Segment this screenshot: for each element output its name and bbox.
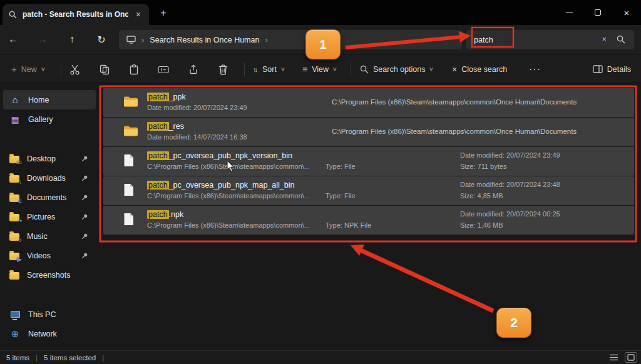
search-icon[interactable] xyxy=(617,35,625,46)
folder-icon xyxy=(123,126,138,139)
pin-icon xyxy=(81,213,88,220)
search-icon xyxy=(360,65,369,74)
sidebar-item[interactable]: ⌂ Home xyxy=(3,90,96,109)
sidebar-item-label: This PC xyxy=(28,310,56,319)
new-tab-button[interactable]: + xyxy=(155,6,172,21)
file-name: patch_pc_oversea_pub_npk_version_bin xyxy=(147,151,292,160)
file-name: patch_pc_oversea_pub_npk_map_all_bin xyxy=(147,181,294,190)
file-row[interactable]: patch_pc_oversea_pub_npk_map_all_bin C:\… xyxy=(103,176,634,205)
window-controls: × xyxy=(555,0,641,25)
cut-button[interactable] xyxy=(63,59,86,80)
search-match-highlight: patch xyxy=(147,93,169,101)
close-button[interactable]: × xyxy=(612,0,641,25)
file-subline: C:\Program Files (x86)\Steam\steamapps\c… xyxy=(147,221,310,229)
file-row[interactable]: patch_pc_oversea_pub_npk_version_bin C:\… xyxy=(103,147,634,176)
minimize-button[interactable] xyxy=(555,0,583,25)
file-type: Type: NPK File xyxy=(326,221,371,229)
rename-button[interactable] xyxy=(151,59,175,80)
tab-close-icon[interactable]: × xyxy=(134,9,143,19)
sidebar-item-icon: ≡ xyxy=(9,195,19,202)
ellipsis-icon: ··· xyxy=(529,64,541,75)
sidebar-item-icon: ▶ xyxy=(9,253,19,260)
sidebar-item[interactable]: ▦ Gallery xyxy=(3,109,96,129)
sidebar-item[interactable]: ▶ Videos xyxy=(3,246,96,265)
sort-arrows-icon: ↑↓ xyxy=(253,66,256,73)
selection-count: 5 items selected xyxy=(44,354,96,361)
separator: | xyxy=(36,354,38,361)
sidebar-item[interactable]: Screenshots xyxy=(3,265,96,285)
file-row[interactable]: patch.npk C:\Program Files (x86)\Steam\s… xyxy=(103,206,634,235)
forward-button[interactable]: → xyxy=(32,29,53,50)
sidebar-item-label: Music xyxy=(27,232,48,241)
view-label: View xyxy=(312,65,329,74)
pin-icon xyxy=(81,233,88,240)
share-button[interactable] xyxy=(182,59,205,80)
sidebar-item-icon xyxy=(9,310,21,319)
search-icon xyxy=(9,11,17,19)
maximize-icon xyxy=(595,9,601,16)
search-match-highlight: patch xyxy=(147,210,169,219)
maximize-button[interactable] xyxy=(583,0,612,25)
refresh-button[interactable]: ↻ xyxy=(91,29,112,50)
file-path: C:\Program Files (x86)\Steam\steamapps\c… xyxy=(332,128,577,135)
close-search-label: Close search xyxy=(461,65,507,74)
explorer-tab[interactable]: patch - Search Results in Once × xyxy=(3,4,149,25)
share-icon xyxy=(188,64,198,74)
sidebar-item[interactable]: ≡ Documents xyxy=(3,188,96,207)
chevron-down-icon: ∨ xyxy=(280,66,285,72)
details-view-toggle[interactable] xyxy=(607,352,620,363)
chevron-right-icon: › xyxy=(141,35,144,44)
divider xyxy=(351,63,351,76)
sidebar-item[interactable]: ↓ Downloads xyxy=(3,168,96,188)
file-icon xyxy=(123,183,134,198)
sort-label: Sort xyxy=(262,65,277,74)
sidebar-item[interactable]: ▭ Desktop xyxy=(3,149,96,168)
sidebar-item[interactable]: ⊕ Network xyxy=(3,324,96,343)
file-row[interactable]: patch_ppk Date modified: 20/07/2024 23:4… xyxy=(103,88,634,117)
file-name-rest: _pc_oversea_pub_npk_version_bin xyxy=(169,151,292,160)
sidebar-item-icon: ↓ xyxy=(9,175,19,183)
thumbnail-view-toggle[interactable] xyxy=(625,352,637,363)
search-options-button[interactable]: Search options ∨ xyxy=(360,55,433,83)
paste-button[interactable] xyxy=(122,59,146,80)
details-pane-icon xyxy=(593,65,603,73)
sidebar-item[interactable]: ▪ Pictures xyxy=(3,207,96,226)
chevron-down-icon: ∨ xyxy=(332,66,337,72)
more-options-button[interactable]: ··· xyxy=(529,55,541,83)
file-date-modified: Date modified: 20/07/2024 00:25 xyxy=(460,210,560,218)
view-toggles xyxy=(607,352,637,363)
file-name-rest: _res xyxy=(169,122,184,131)
sidebar-item-icon: ⌂ xyxy=(9,95,21,104)
address-bar[interactable]: › Search Results in Once Human › xyxy=(119,30,462,49)
sidebar-item[interactable]: This PC xyxy=(3,305,96,324)
sort-button[interactable]: ↑↓ Sort ∨ xyxy=(253,55,285,83)
sidebar-item-icon: ▭ xyxy=(9,156,19,163)
chevron-down-icon: ∨ xyxy=(41,66,46,72)
search-match-highlight: patch xyxy=(147,151,169,160)
sidebar: ⌂ Home ▦ Gallery ▭ Desktop ↓ xyxy=(0,90,99,343)
close-search-button[interactable]: × Close search xyxy=(452,55,507,83)
breadcrumb[interactable]: Search Results in Once Human xyxy=(150,36,259,44)
copy-icon xyxy=(100,64,110,75)
file-name: patch_res xyxy=(147,122,184,131)
status-bar: 5 items | 5 items selected | xyxy=(0,350,641,364)
new-button[interactable]: + New ∨ xyxy=(11,55,45,83)
file-row[interactable]: patch_res Date modified: 14/07/2024 16:3… xyxy=(103,118,634,146)
copy-button[interactable] xyxy=(93,59,116,80)
item-count: 5 items xyxy=(6,354,29,361)
sidebar-item[interactable]: ♪ Music xyxy=(3,226,96,246)
divider xyxy=(61,63,61,76)
details-pane-button[interactable]: Details xyxy=(593,55,631,83)
back-button[interactable]: ← xyxy=(3,29,24,50)
search-input[interactable] xyxy=(474,30,590,49)
sidebar-item-label: Desktop xyxy=(27,154,56,163)
sidebar-item-icon: ⊕ xyxy=(9,329,21,338)
sidebar-item-icon: ▦ xyxy=(9,114,21,124)
clear-search-icon[interactable]: × xyxy=(602,34,607,44)
annotation-badge-2: 2 xyxy=(496,308,531,338)
divider xyxy=(244,63,245,76)
search-box[interactable]: × xyxy=(466,30,634,49)
up-button[interactable]: ↑ xyxy=(61,29,83,50)
delete-button[interactable] xyxy=(211,59,235,80)
pin-icon xyxy=(81,155,88,162)
